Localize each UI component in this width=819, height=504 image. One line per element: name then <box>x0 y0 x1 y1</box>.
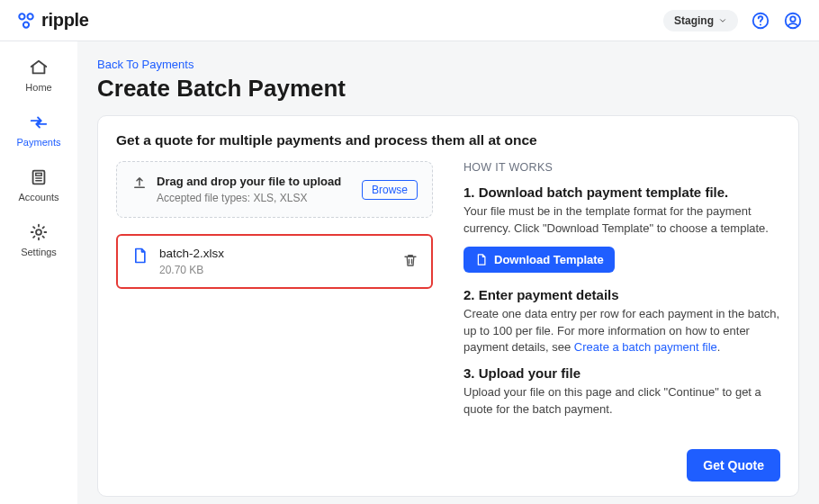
topbar: ripple Staging <box>0 0 819 41</box>
brand-logo[interactable]: ripple <box>16 10 89 31</box>
card-heading: Get a quote for multiple payments and pr… <box>116 132 780 148</box>
step1-title: 1. Download batch payment template file. <box>464 184 780 200</box>
nav-label-settings: Settings <box>21 247 57 257</box>
step2-title: 2. Enter payment details <box>464 287 780 302</box>
upload-icon <box>131 175 148 194</box>
ripple-logo-icon <box>16 11 36 31</box>
page-title: Create Batch Payment <box>97 75 799 103</box>
step1-body: Your file must be in the template format… <box>464 203 780 238</box>
brand-name: ripple <box>41 10 89 31</box>
svg-point-9 <box>36 230 41 235</box>
main-content: Back To Payments Create Batch Payment Ge… <box>77 41 819 504</box>
dropzone-accepted: Accepted file types: XLS, XLSX <box>157 192 341 204</box>
file-icon <box>130 247 148 268</box>
environment-switcher[interactable]: Staging <box>663 10 738 32</box>
svg-point-4 <box>760 23 761 25</box>
payments-icon <box>29 112 49 132</box>
upload-dropzone[interactable]: Drag and drop your file to upload Accept… <box>116 161 433 218</box>
uploaded-file-size: 20.70 KB <box>159 264 224 276</box>
svg-rect-8 <box>36 173 41 176</box>
home-icon <box>29 58 49 77</box>
nav-item-accounts[interactable]: Accounts <box>0 167 77 202</box>
breadcrumb-back[interactable]: Back To Payments <box>97 58 194 71</box>
step3-body: Upload your file on this page and click … <box>464 384 780 418</box>
accounts-icon <box>29 167 49 187</box>
file-icon <box>474 253 488 266</box>
svg-point-1 <box>27 14 32 19</box>
uploaded-file-chip: batch-2.xlsx 20.70 KB <box>116 234 433 289</box>
browse-button[interactable]: Browse <box>362 180 418 200</box>
environment-label: Staging <box>674 14 714 27</box>
download-template-label: Download Template <box>494 253 604 266</box>
dropzone-title: Drag and drop your file to upload <box>157 175 341 188</box>
step2-body: Create one data entry per row for each p… <box>464 306 780 357</box>
nav-item-home[interactable]: Home <box>0 58 77 93</box>
nav-label-payments: Payments <box>17 137 61 148</box>
how-it-works-label: HOW IT WORKS <box>464 161 780 174</box>
svg-point-0 <box>19 14 24 19</box>
get-quote-button[interactable]: Get Quote <box>687 449 780 482</box>
download-template-button[interactable]: Download Template <box>464 247 615 273</box>
svg-point-6 <box>790 16 796 22</box>
nav-label-home: Home <box>25 82 51 93</box>
nav-item-settings[interactable]: Settings <box>0 222 77 257</box>
step2-body-end: . <box>717 340 721 354</box>
chevron-down-icon <box>718 16 727 25</box>
create-batch-file-link[interactable]: Create a batch payment file <box>574 340 717 354</box>
nav-item-payments[interactable]: Payments <box>0 112 77 148</box>
svg-point-2 <box>23 22 29 27</box>
sidebar: Home Payments Accounts Settings <box>0 41 77 504</box>
batch-payment-card: Get a quote for multiple payments and pr… <box>97 115 799 497</box>
profile-icon[interactable] <box>783 11 803 31</box>
uploaded-file-name: batch-2.xlsx <box>159 247 224 260</box>
nav-label-accounts: Accounts <box>18 192 58 202</box>
delete-file-button[interactable] <box>402 252 418 272</box>
settings-icon <box>29 222 49 242</box>
help-icon[interactable] <box>751 11 770 31</box>
step3-title: 3. Upload your file <box>464 365 780 381</box>
